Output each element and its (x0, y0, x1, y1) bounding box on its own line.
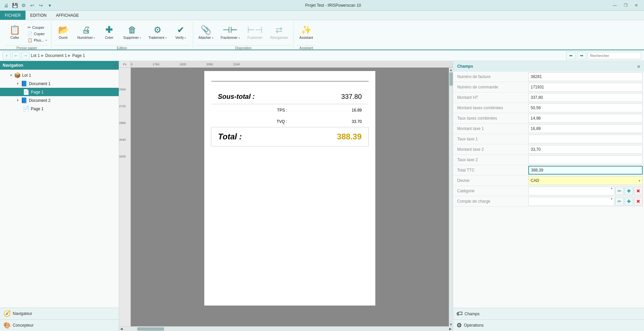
assistant-icon: ✨ (301, 25, 312, 35)
compte-charge-delete-btn[interactable]: ✖ (634, 197, 643, 206)
fields-area: Numéro de facture Numéro de commande Mon… (453, 72, 644, 308)
tree-item-page1[interactable]: 📄 Page 1 (0, 88, 119, 96)
save-icon[interactable]: 💾 (11, 2, 18, 9)
ribbon-btn-creer[interactable]: ✚ Créer (100, 21, 118, 43)
compte-charge-label: Compte de charge (453, 198, 527, 205)
ruler-mark-2240: 2240 (233, 63, 240, 66)
settings-icon[interactable]: ⚙ (20, 2, 27, 9)
scrollbar-left-btn[interactable]: ◀ (119, 327, 124, 331)
ribbon-btn-fractionner[interactable]: ⊣⊢ Fractionner ▾ (218, 21, 243, 43)
montant-ht-input[interactable] (528, 93, 643, 102)
field-row-montant-taxe2: Montant taxe 2 (453, 144, 644, 155)
h-scrollbar-thumb[interactable] (137, 327, 164, 331)
categorie-delete-btn[interactable]: ✖ (634, 187, 643, 195)
doc2-label: Document 2 (29, 98, 51, 103)
main-content: Navigation ⊞ ▼ 📦 Lot 1 ▼ 📘 Document 1 (0, 61, 644, 331)
doc-vertical-scrollbar[interactable]: ▲ ▼ (449, 68, 453, 326)
compte-charge-select-wrapper: ▾ (528, 197, 614, 206)
categorie-add-btn[interactable]: ✚ (625, 187, 633, 195)
num-facture-input[interactable] (528, 72, 643, 81)
tree-item-lot1[interactable]: ▼ 📦 Lot 1 (0, 71, 119, 79)
devise-select[interactable]: CAD USD EUR (529, 177, 642, 185)
nav-forward-btn[interactable]: → (21, 52, 30, 60)
ribbon-btn-couper[interactable]: ✂ Couper (26, 24, 48, 30)
ribbon-group-items-edition: 📂 Ouvrir 🖨 Numériser ▾ ✚ Créer 🗑 Supprim… (54, 21, 190, 45)
nav-action-btn2[interactable]: ➡ (577, 52, 586, 60)
breadcrumb-doc1[interactable]: Document 1 (45, 53, 67, 58)
ribbon-btn-traitement[interactable]: ⚙ Traitement ▾ (146, 21, 169, 43)
taux-taxe2-input[interactable] (528, 155, 643, 164)
ribbon-btn-assistant[interactable]: ✨ Assistant (297, 21, 316, 43)
ruler-mark-2080: 2080 (206, 63, 213, 66)
num-facture-value-area (527, 72, 644, 82)
categorie-select-wrapper: ▾ (528, 187, 614, 195)
breadcrumb-page1[interactable]: Page 1 (72, 53, 85, 58)
window-controls: — ❐ ✕ (610, 2, 641, 9)
doc-container: 2560 2720 2880 3040 3200 (119, 68, 453, 326)
ribbon-btn-copier[interactable]: 📄 Copier (26, 31, 48, 37)
menu-affichage[interactable]: AFFICHAGE (51, 11, 84, 20)
maximize-button[interactable]: ❐ (621, 2, 631, 9)
ribbon-btn-plus[interactable]: 📋 Plus... ▾ (26, 37, 48, 43)
ribbon-group-items-presse: 📋 Coller ✂ Couper 📄 Copier 📋 Plus... ▾ (5, 21, 48, 45)
dropdown-icon[interactable]: ▾ (46, 2, 53, 9)
operations-tab[interactable]: ⚙ Opérations (453, 319, 644, 331)
compte-charge-value-area: ▾ ✏ ✚ ✖ (527, 196, 644, 206)
total-ttc-input[interactable] (528, 166, 643, 175)
doc-horizontal-scrollbar[interactable]: ◀ ▶ (119, 326, 453, 331)
navigateur-tab[interactable]: 🧭 Navigateur (0, 308, 119, 319)
compte-charge-select[interactable] (528, 197, 614, 206)
categorie-edit-btn[interactable]: ✏ (615, 187, 624, 195)
ribbon-btn-attacher[interactable]: 📎 Attacher ▾ (196, 21, 216, 43)
nav-up-btn[interactable]: ↑ (3, 52, 11, 60)
compte-charge-edit-btn[interactable]: ✏ (615, 197, 624, 206)
num-commande-input[interactable] (528, 83, 643, 91)
categorie-label: Catégorie (453, 187, 527, 195)
search-input[interactable] (588, 52, 641, 59)
disposition-label: Disposition (196, 45, 291, 50)
compte-charge-add-btn[interactable]: ✚ (625, 197, 633, 206)
nav-action-btn1[interactable]: ⬅ (566, 52, 576, 60)
scrollbar-right-btn[interactable]: ▶ (448, 327, 453, 331)
tree-item-doc2-page1[interactable]: 📄 Page 1 (0, 105, 119, 113)
redo-icon[interactable]: ↪ (38, 2, 44, 9)
categorie-select[interactable] (528, 187, 614, 195)
total-ttc-label: Total TTC (453, 167, 527, 174)
champs-tab[interactable]: 🏷 Champs (453, 308, 644, 319)
montant-taxe1-input[interactable] (528, 124, 643, 133)
reorganiser-icon: ⇄ (275, 25, 283, 35)
ribbon-btn-supprimer[interactable]: 🗑 Supprimer ▾ (120, 21, 144, 43)
menu-fichier[interactable]: FICHIER (0, 11, 25, 20)
traitement-icon: ⚙ (154, 25, 161, 35)
ribbon-btn-verify[interactable]: ✔ Verify ▾ (171, 21, 190, 43)
taux-taxe1-input[interactable] (528, 135, 643, 143)
champs-resize-btn[interactable]: ⊞ (637, 65, 640, 68)
montant-ht-value-area (527, 92, 644, 103)
nav-back-btn[interactable]: ← (12, 52, 20, 60)
tree-item-doc2[interactable]: ▼ 📘 Document 2 (0, 96, 119, 105)
scrollbar-thumb[interactable] (449, 72, 453, 86)
montant-taxes-comb-input[interactable] (528, 104, 643, 112)
menu-edition[interactable]: EDITION (25, 11, 51, 20)
montant-taxe2-input[interactable] (528, 145, 643, 154)
ribbon-btn-ouvrir[interactable]: 📂 Ouvrir (54, 21, 73, 43)
field-row-montant-ht: Montant HT (453, 92, 644, 103)
scrollbar-down-btn[interactable]: ▼ (449, 322, 453, 326)
concepteur-tab[interactable]: 🎨 Concepteur (0, 319, 119, 331)
ribbon-btn-numeriser[interactable]: 🖨 Numériser ▾ (75, 21, 98, 43)
tree-item-doc1[interactable]: ▼ 📘 Document 1 (0, 79, 119, 88)
doc-scroll[interactable]: Sous-total : 337.80 TPS : (131, 68, 449, 326)
navigation-resize-btn[interactable]: ⊞ (113, 64, 116, 67)
taux-taxe1-value-area (527, 134, 644, 144)
scrollbar-up-btn[interactable]: ▲ (449, 68, 453, 72)
app-icon: 🖨 (3, 2, 9, 9)
undo-icon[interactable]: ↩ (29, 2, 36, 9)
breadcrumb-lot1[interactable]: Lot 1 (31, 53, 40, 58)
taux-taxes-comb-input[interactable] (528, 114, 643, 123)
supprimer-label: Supprimer ▾ (123, 36, 141, 40)
ribbon-btn-coller[interactable]: 📋 Coller (5, 21, 24, 43)
tps-row: TPS : 16.89 (211, 104, 369, 116)
doc-content: Sous-total : 337.80 TPS : (204, 71, 375, 156)
minimize-button[interactable]: — (610, 2, 620, 9)
close-button[interactable]: ✕ (631, 2, 641, 9)
